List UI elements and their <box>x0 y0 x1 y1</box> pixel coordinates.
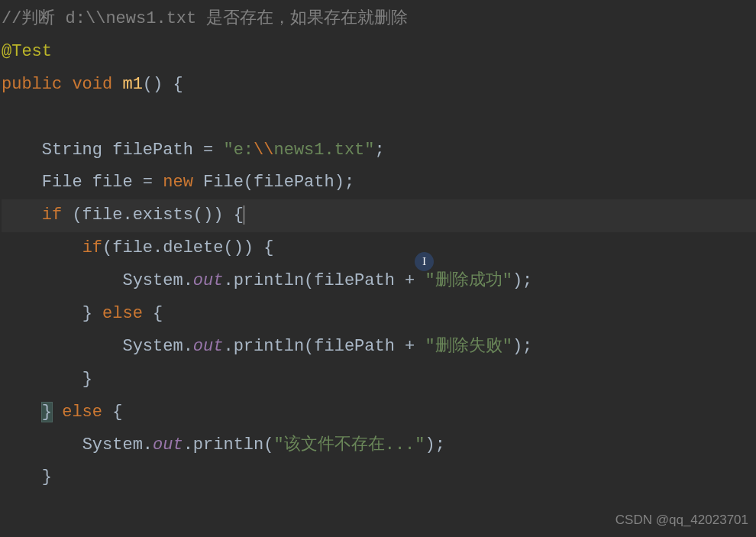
code-line-7-highlighted[interactable]: if (file.exists()) { <box>2 199 756 232</box>
code-line-15[interactable]: } <box>2 461 756 494</box>
code-line-10[interactable]: } else { <box>2 298 756 331</box>
keyword-if: if <box>42 205 62 225</box>
comment-text: //判断 d:\\news1.txt 是否存在，如果存在就删除 <box>2 9 408 28</box>
code-line-2[interactable]: @Test <box>2 36 756 69</box>
string-literal: "该文件不存在..." <box>273 435 425 455</box>
code-line-12[interactable]: } <box>2 364 756 396</box>
field-out: out <box>153 435 183 455</box>
field-out: out <box>193 271 224 290</box>
string-literal: "删除成功" <box>425 271 512 290</box>
code-line-4[interactable] <box>2 102 756 134</box>
code-line-14[interactable]: System.out.println("该文件不存在..."); <box>2 429 756 462</box>
code-line-9[interactable]: System.out.println(filePath + "删除成功"); <box>2 265 756 298</box>
keyword-else: else <box>102 304 143 323</box>
brace-close-matched: } <box>41 402 53 422</box>
keyword-void: void <box>72 75 112 94</box>
code-line-6[interactable]: File file = new File(filePath); <box>2 167 756 199</box>
code-line-1[interactable]: //判断 d:\\news1.txt 是否存在，如果存在就删除 <box>2 3 756 36</box>
code-line-13[interactable]: } else { <box>2 396 756 429</box>
code-line-3[interactable]: public void m1() { <box>2 69 756 102</box>
field-out: out <box>193 337 224 356</box>
keyword-if: if <box>82 238 102 257</box>
keyword-new: new <box>163 173 193 192</box>
string-literal: "e:\\news1.txt" <box>223 141 374 160</box>
code-line-8[interactable]: if(file.delete()) { <box>2 232 756 265</box>
watermark-text: CSDN @qq_42023701 <box>615 507 748 532</box>
string-literal: "删除失败" <box>425 337 512 356</box>
brace-open: { <box>234 205 244 225</box>
text-cursor-icon: I <box>415 252 434 271</box>
annotation: @Test <box>2 42 52 61</box>
code-line-11[interactable]: System.out.println(filePath + "删除失败"); <box>2 331 756 364</box>
method-name: m1 <box>122 75 142 94</box>
keyword-else: else <box>62 403 102 422</box>
code-line-5[interactable]: String filePath = "e:\\news1.txt"; <box>2 134 756 167</box>
keyword-public: public <box>2 75 62 94</box>
type-string: String <box>42 141 112 160</box>
type-file: File <box>42 173 92 192</box>
